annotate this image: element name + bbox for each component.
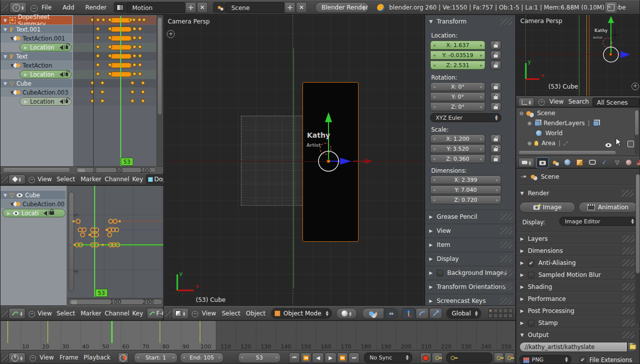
shading-dropdown[interactable]: ▲▼	[336, 308, 357, 319]
play-reverse-button[interactable]: ◀	[312, 352, 324, 363]
editor-type-button-outliner[interactable]: ▲▼	[518, 98, 534, 107]
channel-location[interactable]: ▶Location	[20, 97, 72, 106]
tab-modifiers[interactable]: ⌐	[599, 157, 610, 167]
axis-arrow-red[interactable]	[365, 159, 373, 164]
collapse-menus-icon[interactable]: −	[192, 311, 198, 317]
ge-menu-key[interactable]: Key	[132, 306, 143, 321]
speaker-icon[interactable]	[57, 45, 63, 50]
outliner-item-world[interactable]: World	[535, 130, 562, 137]
dopesheet-vscroll-track[interactable]	[156, 15, 164, 166]
sync-dropdown[interactable]: No Sync ▲▼	[364, 352, 412, 363]
expand-icon[interactable]: ▶	[24, 45, 28, 50]
dim-y-field[interactable]: ◂Y: 7.040▸	[430, 185, 501, 194]
outliner-item-scene[interactable]: ⊖ Scene	[519, 110, 555, 117]
panel-anti-aliasing[interactable]: ▶✔Anti-Aliasing	[520, 259, 576, 266]
vp-menu-object[interactable]: Object	[246, 306, 265, 321]
layer-toggle[interactable]	[493, 313, 498, 318]
expand-icon[interactable]: ▼	[4, 27, 7, 32]
lock-scale-z[interactable]	[490, 154, 501, 163]
panel-grip[interactable]	[500, 255, 512, 262]
rotate-manipulator-button[interactable]	[416, 308, 429, 319]
panel-grease-pencil[interactable]: ▶Grease Pencil	[429, 213, 477, 220]
panel-grip[interactable]	[622, 307, 634, 314]
panel-grip[interactable]	[621, 190, 633, 197]
outliner-hscroll-track[interactable]	[517, 150, 632, 155]
add-screen-button[interactable]: ✛	[185, 2, 196, 13]
panel-grip[interactable]	[500, 269, 512, 276]
speaker-icon[interactable]	[57, 72, 63, 77]
panel-dimensions[interactable]: ▶Dimensions	[520, 247, 563, 254]
tl-menu-frame[interactable]: Frame	[60, 350, 78, 364]
layer-toggle[interactable]	[488, 308, 493, 313]
scene-icon[interactable]	[213, 2, 226, 13]
visibility-eye-icon[interactable]	[605, 143, 611, 147]
eye-icon[interactable]	[13, 211, 19, 215]
expand-icon[interactable]: ▼	[4, 54, 7, 59]
expand-icon[interactable]: ⊕	[527, 121, 531, 126]
browse-folder-button[interactable]	[627, 342, 637, 352]
layer-toggle[interactable]	[508, 313, 513, 318]
expand-icon[interactable]: ▼	[4, 81, 7, 86]
editor-type-button-timeline[interactable]: ▲▼	[9, 352, 26, 363]
channel-textaction[interactable]: ▼TextAction	[1, 61, 72, 70]
scene-name[interactable]: Scene	[226, 2, 284, 13]
ge-menu-channel[interactable]: Channel	[105, 306, 129, 321]
channel-cube[interactable]: ▼▽Cube	[1, 79, 72, 88]
dim-z-field[interactable]: ◂Z: 0.720▸	[430, 195, 501, 204]
tab-render[interactable]	[536, 157, 549, 168]
pin-icon[interactable]: 📌︎	[519, 172, 529, 182]
background-images-checkbox[interactable]	[437, 270, 443, 276]
panel-layers[interactable]: ▶Layers	[520, 235, 548, 242]
panel-grip[interactable]	[622, 235, 634, 242]
panel-output[interactable]: ▼Output	[520, 331, 549, 338]
collapse-menus-icon[interactable]: −	[30, 355, 36, 361]
channel-cubeaction-003[interactable]: ▼CubeAction.003	[1, 88, 72, 97]
start-frame-field[interactable]: ◂Start: 1▸	[134, 352, 178, 363]
outliner-vscroll-track[interactable]	[634, 109, 639, 155]
corner-grip[interactable]	[2, 176, 8, 183]
graph-channel-location[interactable]: ▶ Locati	[3, 209, 66, 217]
graph-channel-cube[interactable]: ▼ ▽ Cube	[1, 191, 66, 199]
time-cursor-toggle-button[interactable]	[118, 352, 129, 363]
channel-dopesheet-summary[interactable]: ▼DopeSheet Summary	[1, 16, 72, 25]
corner-grip[interactable]	[2, 5, 8, 11]
jump-to-start-button[interactable]: ⏮	[289, 352, 300, 363]
end-frame-field[interactable]: ◂End: 105▸	[180, 352, 224, 363]
expand-icon[interactable]: ▶	[7, 211, 11, 216]
panel-display[interactable]: ▶Display	[429, 255, 459, 262]
panel-grip[interactable]	[622, 295, 634, 302]
add-scene-button[interactable]: ✛	[284, 2, 295, 13]
graph-hscroll[interactable]: 100 200	[69, 299, 163, 305]
tab-object[interactable]	[574, 157, 585, 167]
location-y-field[interactable]: ◂Y: -0.03519▸	[430, 51, 485, 60]
lock-rotation-y[interactable]	[490, 92, 501, 101]
close-scene-button[interactable]: ✕	[296, 2, 307, 13]
location-z-field[interactable]: ◂Z: 2.531▸	[430, 61, 485, 70]
current-frame-field[interactable]: ◂53▸	[238, 352, 281, 363]
axis-arrow-green[interactable]	[325, 112, 332, 122]
panel-expand-icon[interactable]: +	[631, 83, 639, 90]
anti-aliasing-checkbox[interactable]: ✔	[528, 260, 534, 266]
ds-menu-select[interactable]: Select	[57, 172, 75, 187]
play-button[interactable]: ▶	[325, 352, 337, 363]
lock-icon[interactable]	[50, 211, 54, 215]
delete-keyframe-button[interactable]: ✕	[504, 352, 514, 363]
panel-grip[interactable]	[622, 247, 634, 254]
panel-stamp[interactable]: ▶Stamp	[520, 319, 558, 326]
orientation-dropdown[interactable]: Global ▲▼	[446, 308, 481, 319]
lock-scale-y[interactable]	[490, 144, 501, 153]
file-extensions-checkbox[interactable]: ✔	[579, 356, 586, 363]
editor-type-button-3dview[interactable]: ▲▼	[172, 308, 189, 319]
lock-rotation-z[interactable]	[490, 102, 501, 111]
panel-grip[interactable]	[622, 259, 634, 266]
scale-z-field[interactable]: ◂Z: 0.360▸	[430, 154, 485, 163]
expand-icon[interactable]: ▼	[4, 193, 7, 198]
channel-location[interactable]: ▶Location	[20, 70, 72, 79]
expand-icon[interactable]: ▼	[4, 18, 7, 23]
panel-background-images[interactable]: ▶Background Images	[429, 269, 507, 276]
manipulator-toggle-button[interactable]: ⇔	[385, 308, 398, 319]
lock-icon[interactable]	[66, 100, 68, 103]
eye-icon[interactable]	[17, 193, 23, 197]
panel-grip[interactable]	[622, 283, 634, 290]
scroll-endcap[interactable]	[78, 169, 85, 172]
